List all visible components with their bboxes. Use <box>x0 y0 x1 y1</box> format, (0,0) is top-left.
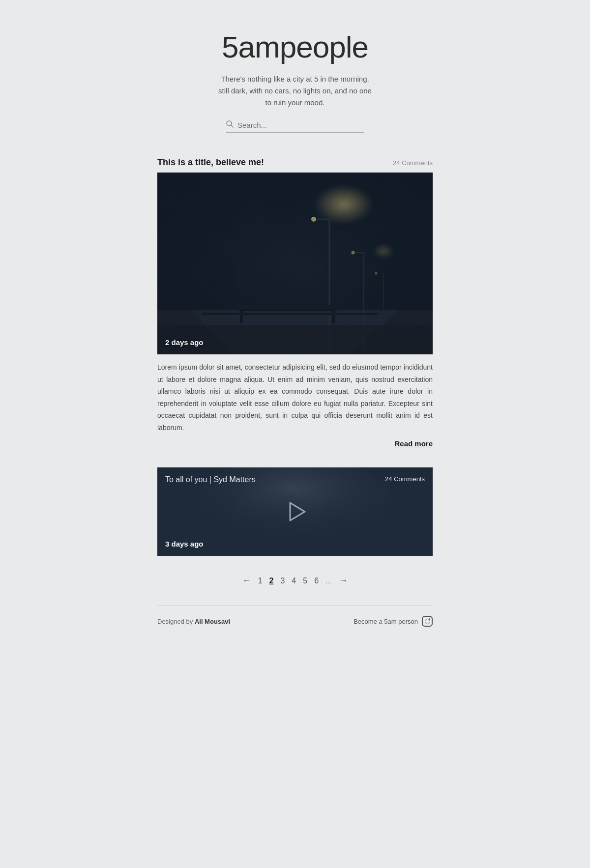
social-label: Become a 5am person <box>354 618 418 625</box>
site-tagline: There's nothing like a city at 5 in the … <box>216 73 374 109</box>
pagination-page-6[interactable]: 6 <box>314 577 319 585</box>
site-title: 5ampeople <box>157 29 433 64</box>
video-timestamp-2: 3 days ago <box>165 540 204 548</box>
svg-marker-26 <box>290 503 305 521</box>
designer-link[interactable]: Ali Mousavi <box>195 618 230 625</box>
post-video-2[interactable]: To all of you | Syd Matters 24 Comments … <box>157 467 433 556</box>
pagination-page-5[interactable]: 5 <box>303 577 307 585</box>
footer-social[interactable]: Become a 5am person <box>354 616 433 627</box>
video-title-2: To all of you | Syd Matters <box>165 475 256 484</box>
pagination: ← 1 2 3 4 5 6 ... → <box>157 576 433 586</box>
site-header: 5ampeople There's nothing like a city at… <box>157 29 433 133</box>
footer-credit: Designed by Ali Mousavi <box>157 618 230 625</box>
post-timestamp-1: 2 days ago <box>165 338 204 347</box>
pagination-next[interactable]: → <box>339 576 348 586</box>
post-image-bg-1 <box>157 173 433 354</box>
search-input[interactable] <box>237 121 346 129</box>
pagination-page-2[interactable]: 2 <box>269 577 274 585</box>
instagram-icon[interactable] <box>422 616 433 627</box>
pagination-page-3[interactable]: 3 <box>280 577 285 585</box>
page-wrapper: 5ampeople There's nothing like a city at… <box>148 0 442 646</box>
post-comments-1: 24 Comments <box>393 159 433 167</box>
pagination-page-1[interactable]: 1 <box>258 577 263 585</box>
pagination-prev[interactable]: ← <box>242 576 251 586</box>
post-image-1[interactable]: 2 days ago <box>157 173 433 354</box>
site-footer: Designed by Ali Mousavi Become a 5am per… <box>157 606 433 627</box>
read-more-link-1[interactable]: Read more <box>157 439 433 448</box>
search-wrapper <box>226 120 364 133</box>
post-item-1: This is a title, believe me! 24 Comments <box>157 157 433 448</box>
search-icon <box>226 120 234 129</box>
post-item-2: To all of you | Syd Matters 24 Comments … <box>157 467 433 556</box>
posts-container: This is a title, believe me! 24 Comments <box>157 157 433 556</box>
video-comments-2: 24 Comments <box>385 475 425 483</box>
pagination-dots: ... <box>325 577 332 585</box>
play-button-2[interactable] <box>279 496 311 527</box>
post-title-1[interactable]: This is a title, believe me! <box>157 157 264 168</box>
post-header-1: This is a title, believe me! 24 Comments <box>157 157 433 168</box>
svg-line-1 <box>231 125 233 127</box>
post-excerpt-1: Lorem ipsum dolor sit amet, consectetur … <box>157 361 433 434</box>
designed-by-label: Designed by <box>157 618 195 625</box>
pagination-page-4[interactable]: 4 <box>292 577 296 585</box>
